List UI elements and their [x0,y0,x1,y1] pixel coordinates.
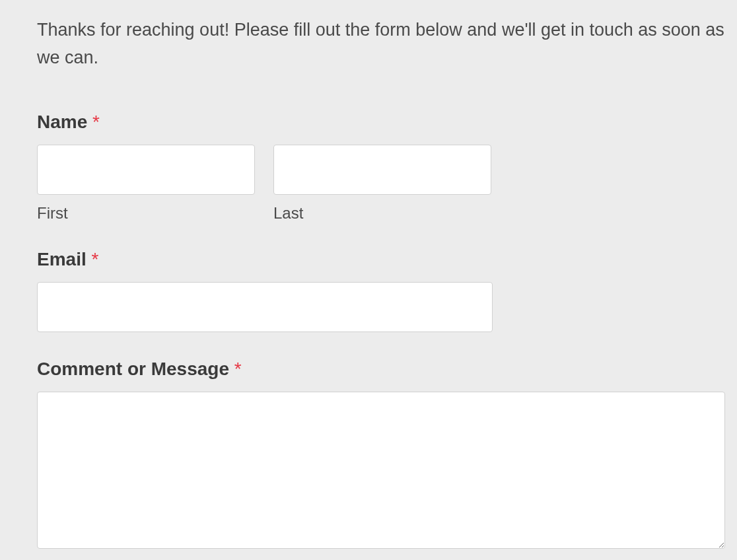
first-name-sublabel: First [37,204,255,223]
name-row: First Last [37,145,725,223]
first-name-col: First [37,145,255,223]
message-field-group: Comment or Message * [37,359,725,551]
required-marker: * [234,359,242,379]
email-label: Email * [37,249,725,270]
last-name-sublabel: Last [273,204,491,223]
name-field-group: Name * First Last [37,112,725,223]
last-name-col: Last [273,145,491,223]
first-name-input[interactable] [37,145,255,195]
intro-text: Thanks for reaching out! Please fill out… [37,17,725,72]
email-field-group: Email * [37,249,725,332]
email-input[interactable] [37,282,493,332]
required-marker: * [91,249,98,269]
message-label-text: Comment or Message [37,359,234,379]
message-label: Comment or Message * [37,359,725,380]
required-marker: * [92,112,100,132]
email-label-text: Email [37,249,91,269]
message-textarea[interactable] [37,392,725,549]
name-label: Name * [37,112,725,133]
name-label-text: Name [37,112,92,132]
last-name-input[interactable] [273,145,491,195]
